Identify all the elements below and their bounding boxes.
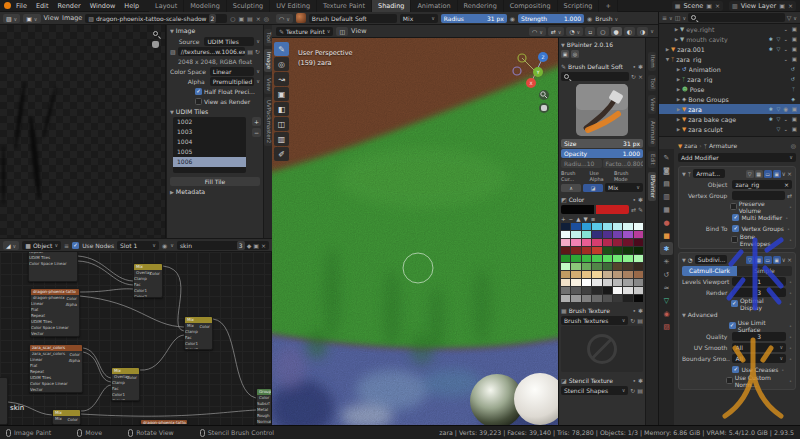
editor-type-button[interactable]: ◢ ∨	[3, 241, 19, 250]
shader-type-dropdown[interactable]: ■Object∨	[22, 241, 61, 250]
shading-wireframe-icon[interactable]: ○	[597, 27, 608, 36]
udim-tile-row[interactable]: 1003	[173, 127, 246, 137]
shader-node[interactable]: Mix Overlay Clamp Fac Color1 Color2 Colo…	[111, 367, 140, 401]
expander-icon[interactable]: ▶	[675, 97, 682, 102]
palette-swatch[interactable]	[634, 295, 643, 302]
palette-swatch[interactable]	[571, 223, 580, 230]
slot-dropdown[interactable]: Slot 1∨	[117, 241, 159, 250]
palette-swatch[interactable]	[613, 255, 622, 262]
workspace-tab[interactable]: Rendering	[458, 0, 504, 12]
sidebar-tab[interactable]: View	[264, 75, 272, 94]
boundary-smooth-dropdown[interactable]: All∨	[732, 354, 786, 363]
strength-slider[interactable]: Strength1.000	[518, 14, 584, 23]
zoom-gizmo-icon[interactable]	[153, 31, 158, 36]
palette-swatch[interactable]	[623, 255, 632, 262]
extras-dropdown-icon[interactable]: ∨	[782, 256, 786, 264]
palette-swatch[interactable]	[613, 247, 622, 254]
properties-tab[interactable]: ≈	[660, 281, 673, 294]
cage-toggle-icon[interactable]: ▦	[755, 170, 763, 178]
menu-item[interactable]: Window	[90, 2, 116, 10]
palette-swatch[interactable]	[582, 279, 591, 286]
unlink-icon[interactable]: ×	[256, 15, 261, 22]
new-layer-icon[interactable]: ▣	[779, 2, 785, 9]
palette-swatch[interactable]	[613, 287, 622, 294]
dot-icon[interactable]: •	[632, 377, 636, 384]
outliner-row[interactable]: ▼ ᛉ zara_rig ⌄ ▣	[659, 54, 800, 64]
palette-swatch[interactable]	[571, 271, 580, 278]
outliner-row[interactable]: ▶ ↺ Animation ↺	[659, 64, 800, 74]
modifier-name-field[interactable]: Armat...	[693, 169, 725, 178]
new-scene-icon[interactable]: ▣	[706, 2, 712, 9]
palette-swatch[interactable]	[603, 231, 612, 238]
add-modifier-dropdown[interactable]: Add Modifier∨	[678, 153, 796, 162]
palette-swatch[interactable]	[623, 239, 632, 246]
shader-node[interactable]: Mix Mix Color	[52, 409, 81, 425]
palette-swatch[interactable]	[603, 247, 612, 254]
outliner-search-input[interactable]	[688, 13, 785, 22]
palette-swatch[interactable]	[603, 271, 612, 278]
palette-swatch[interactable]	[561, 247, 570, 254]
paint-tool-button[interactable]: ◫	[274, 117, 289, 131]
palette-swatch[interactable]	[561, 255, 570, 262]
shading-material-icon[interactable]: ◐	[624, 27, 635, 36]
palette-swatch[interactable]	[592, 279, 601, 286]
expander-icon[interactable]: ▶	[673, 27, 680, 32]
mode-dropdown[interactable]: ✎Texture Paint∨	[276, 27, 333, 36]
vertex-groups-checkbox[interactable]: ✓	[732, 225, 739, 232]
palette-swatch[interactable]	[634, 279, 643, 286]
filter-icon[interactable]: ▽	[787, 14, 792, 21]
visibility-icons[interactable]: ◉ ▣	[783, 106, 798, 112]
palette-swatch[interactable]	[592, 295, 601, 302]
outliner-row[interactable]: ▶ ▼ mouth cavity ✱ ▽ ⌄ ▣	[659, 34, 800, 44]
render-toggle-icon[interactable]: ▣	[773, 170, 781, 178]
blend-mode-dropdown[interactable]: Mix∨	[400, 14, 438, 23]
fake-user-icon[interactable]: ○	[230, 15, 235, 22]
palette-swatch[interactable]	[561, 295, 570, 302]
palette-swatch[interactable]	[603, 223, 612, 230]
palette-swatch[interactable]	[613, 263, 622, 270]
menu-image[interactable]: Image	[62, 14, 82, 22]
expander-icon[interactable]: ▶	[675, 117, 682, 122]
paint-tool-button[interactable]: ▣	[274, 87, 289, 101]
palette-swatch[interactable]	[613, 271, 622, 278]
expander-icon[interactable]: ▶	[675, 77, 682, 82]
preserve-volume-checkbox[interactable]	[730, 203, 737, 210]
use-nodes-checkbox[interactable]: ✓	[72, 242, 79, 249]
sidebar-tab[interactable]: Edit	[648, 151, 656, 168]
modifier-name-field[interactable]: Subdivi...	[695, 255, 727, 264]
palette-swatch[interactable]	[582, 223, 591, 230]
add-tile-button[interactable]: +	[252, 117, 261, 126]
workspace-tab[interactable]: Sculpting	[227, 0, 270, 12]
properties-tab[interactable]: ◙	[660, 164, 673, 177]
udim-tile-row[interactable]: 1006	[173, 157, 246, 167]
brush-mode-dropdown[interactable]: Mix∨	[605, 183, 643, 192]
sidebar-tab[interactable]: Item	[648, 52, 656, 71]
expander-icon[interactable]: ▶	[675, 87, 682, 92]
palette-down-icon[interactable]: ▼	[583, 216, 587, 222]
palette-swatch[interactable]	[623, 247, 632, 254]
palette-swatch[interactable]	[561, 271, 570, 278]
open-folder-icon[interactable]: ▤	[247, 48, 253, 55]
palette-swatch[interactable]	[571, 247, 580, 254]
palette-swatch[interactable]	[592, 271, 601, 278]
metadata-header[interactable]: ▶Metadata	[167, 186, 263, 197]
paint-tool-button[interactable]: ▥	[274, 132, 289, 146]
symmetry-dropdown[interactable]: ⇄ ∨	[548, 27, 565, 36]
expander-icon[interactable]: ▶	[675, 67, 682, 72]
filepath-field[interactable]: //textures...w.1006.exr	[178, 47, 246, 56]
gear-icon[interactable]: ✱	[638, 307, 643, 314]
folder-icon[interactable]: ▤	[637, 387, 643, 394]
udim-tile-row[interactable]: 1002	[173, 117, 246, 127]
edit-mode-toggle-icon[interactable]: ▽	[746, 256, 754, 264]
palette-swatch[interactable]	[592, 223, 601, 230]
dot-icon[interactable]: •	[632, 196, 636, 203]
shader-node[interactable]: Mix Mix Clamp Fac Color1 Color2 Color	[184, 316, 213, 350]
render-toggle-icon[interactable]: ▣	[773, 256, 781, 264]
palette-swatch[interactable]	[592, 263, 601, 270]
palette-swatch[interactable]	[592, 239, 601, 246]
open-image-icon[interactable]: ▤	[247, 15, 253, 22]
hamburger-icon[interactable]: ≡	[64, 242, 69, 249]
palette-swatch[interactable]	[623, 231, 632, 238]
palette-swatch[interactable]	[571, 295, 580, 302]
quality-field[interactable]: 3	[732, 332, 786, 341]
